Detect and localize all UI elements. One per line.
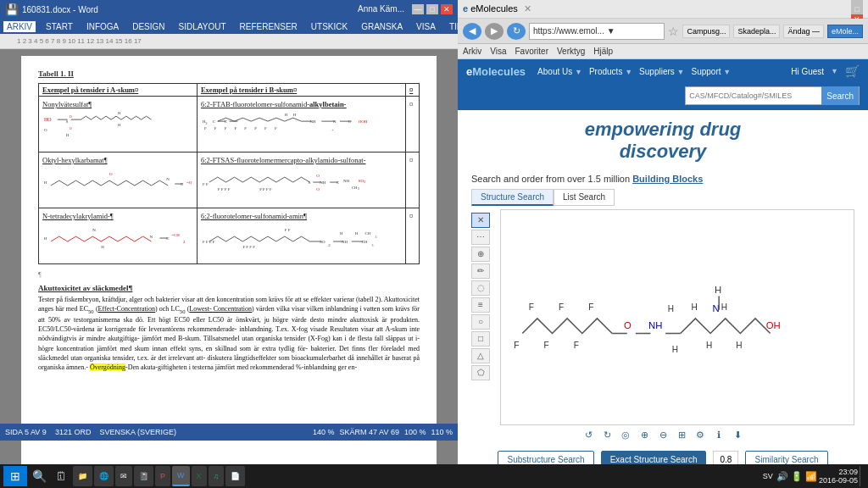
ribbon-tab-infoga[interactable]: INFOGA: [83, 21, 122, 32]
show-desktop-button[interactable]: [860, 466, 865, 486]
svg-text:3: 3: [371, 242, 373, 247]
tab-structure-search[interactable]: Structure Search: [471, 189, 554, 206]
svg-text:F: F: [204, 126, 207, 130]
word-ribbon: ARKIV START INFOGA DESIGN SIDLAYOUT REFE…: [0, 19, 458, 34]
taskbar-outlook[interactable]: ✉: [115, 466, 132, 486]
svg-text:N: N: [333, 119, 337, 124]
site-header: eMolecules About Us ▼ Products ▼ Supplie…: [458, 59, 868, 83]
tab-list-search[interactable]: List Search: [554, 189, 615, 206]
word-content-area[interactable]: Tabell 1. II Exempel på tensider i A-sku…: [0, 49, 458, 464]
minimize-button[interactable]: —: [412, 4, 424, 14]
tool-plus-circle[interactable]: ⊕: [471, 247, 490, 262]
svg-text:C: C: [337, 180, 340, 185]
search-taskbar-button[interactable]: 🔍: [29, 466, 49, 486]
nav-suppliers[interactable]: Suppliers ▼: [639, 67, 684, 76]
main-search-button[interactable]: Search: [821, 86, 859, 105]
menu-hjalp[interactable]: Hjälp: [593, 47, 613, 56]
nav-about[interactable]: About Us ▼: [537, 67, 582, 76]
menu-verktyg[interactable]: Verktyg: [557, 47, 585, 56]
close-button[interactable]: ✕: [441, 4, 453, 14]
svg-text:H2: H2: [203, 119, 208, 125]
bookmark-3[interactable]: Ändag —: [783, 25, 824, 38]
svg-text:F: F: [559, 302, 564, 312]
tool-pencil[interactable]: ✏: [471, 263, 490, 279]
zoom-out-icon[interactable]: ⊖: [655, 427, 670, 442]
page-count: SIDA 5 AV 9: [5, 428, 47, 436]
tool-lines[interactable]: ≡: [471, 297, 490, 313]
tool-points[interactable]: ⋯: [471, 230, 490, 245]
zoom-level: 140 %: [313, 428, 335, 436]
bookmark-2[interactable]: Skadepla...: [733, 25, 780, 38]
menu-visa[interactable]: Visa: [490, 47, 506, 56]
taskbar-ie[interactable]: 🌐: [94, 466, 114, 486]
table-row: N-tetradecylakrylamid-¶ H N C =CH 2: [39, 208, 420, 264]
back-button[interactable]: ◀: [463, 23, 481, 40]
task-view-button[interactable]: 🗓: [51, 466, 71, 486]
maximize-button[interactable]: □: [426, 4, 438, 14]
taskbar-file-explorer[interactable]: 📁: [73, 466, 92, 486]
cart-icon[interactable]: 🛒: [845, 64, 860, 78]
ribbon-tab-design[interactable]: DESIGN: [129, 21, 168, 32]
menu-arkiv[interactable]: Arkiv: [463, 47, 481, 56]
taskbar-onenote[interactable]: 📓: [134, 466, 153, 486]
word-count: 3121 ORD: [55, 428, 92, 436]
ribbon-tab-visa[interactable]: VISA: [413, 21, 439, 32]
word-logo: 💾: [5, 3, 19, 16]
undo-icon[interactable]: ↺: [581, 427, 596, 442]
word-statusbar: SIDA 5 AV 9 3121 ORD SVENSKA (SVERIGE) 1…: [0, 424, 458, 441]
download-icon[interactable]: ⬇: [730, 427, 745, 442]
taskbar-word[interactable]: W: [172, 466, 190, 486]
ribbon-tab-granska[interactable]: GRANSKA: [358, 21, 406, 32]
zoom-in-icon[interactable]: ⊕: [637, 427, 652, 442]
taskbar-powerpoint[interactable]: P: [155, 466, 170, 486]
settings-icon[interactable]: ⚙: [693, 427, 708, 442]
tool-pentagon[interactable]: ⬠: [471, 365, 490, 380]
ribbon-tab-sidlayout[interactable]: SIDLAYOUT: [175, 21, 230, 32]
bookmark-star-icon[interactable]: ☆: [668, 25, 679, 38]
nav-support[interactable]: Support ▼: [692, 67, 732, 76]
start-button[interactable]: ⊞: [3, 466, 27, 486]
structure-canvas[interactable]: F F F F F F O NH H H: [500, 209, 854, 425]
tool-square[interactable]: □: [471, 331, 490, 347]
browser-maximize-button[interactable]: □: [851, 4, 863, 14]
svg-text:F: F: [574, 341, 579, 350]
table-cell: Nonylvätesulfat¶ HO S O O: [39, 97, 198, 152]
close-tab-icon[interactable]: ✕: [524, 3, 531, 14]
taskbar-excel[interactable]: X: [192, 466, 207, 486]
tool-select[interactable]: ✕: [471, 213, 490, 228]
taskbar-spotify[interactable]: ♫: [209, 466, 225, 486]
svg-text:H: H: [355, 231, 359, 236]
ribbon-tab-start[interactable]: START: [42, 21, 76, 32]
address-bar[interactable]: [529, 23, 665, 40]
info-icon[interactable]: ℹ: [711, 427, 726, 442]
bookmark-4[interactable]: eMole...: [827, 25, 863, 38]
bookmark-1[interactable]: Campusg...: [682, 25, 730, 38]
building-blocks-link[interactable]: Building Blocks: [632, 174, 703, 184]
menu-favoriter[interactable]: Favoriter: [515, 47, 548, 56]
svg-text:NH: NH: [343, 179, 350, 183]
browser-panel: e eMolecules ✕ — □ ✕ ◀ ▶ ↻ ☆ Campusg... …: [458, 0, 868, 488]
word-ruler: 1 2 3 4 5 6 7 8 9 10 11 12 13 14 15 16 1…: [0, 34, 458, 49]
taskbar-pdf[interactable]: 📄: [225, 466, 245, 486]
forward-button[interactable]: ▶: [485, 23, 504, 40]
paragraph-mark: ¶: [38, 271, 420, 279]
ribbon-tab-referenser[interactable]: REFERENSER: [236, 21, 301, 32]
ribbon-tab-utskick[interactable]: UTSKICK: [308, 21, 351, 32]
ribbon-tab-tillagg[interactable]: TILLÄGG: [446, 21, 458, 32]
main-search-input[interactable]: [686, 87, 821, 104]
tool-triangle[interactable]: △: [471, 348, 490, 363]
hi-guest-label: Hi Guest: [791, 67, 824, 76]
redo-icon[interactable]: ↻: [599, 427, 615, 442]
tools-panel: ✕ ⋯ ⊕ ✏ ◌ ≡ ○ □ △ ⬠: [471, 209, 495, 425]
guest-dropdown-icon[interactable]: ▼: [831, 67, 838, 75]
svg-text:F: F: [244, 126, 247, 130]
svg-text:F F F F: F F F F: [259, 186, 272, 191]
tool-circle[interactable]: ○: [471, 314, 490, 330]
refresh-button[interactable]: ↻: [507, 23, 526, 40]
tool-eraser[interactable]: ◌: [471, 280, 490, 296]
nav-products[interactable]: Products ▼: [589, 67, 632, 76]
recenter-icon[interactable]: ◎: [618, 427, 633, 442]
zoom-fit-icon[interactable]: ⊞: [674, 427, 689, 442]
ribbon-tab-arkiv[interactable]: ARKIV: [3, 21, 36, 32]
svg-text:H: H: [66, 132, 70, 136]
